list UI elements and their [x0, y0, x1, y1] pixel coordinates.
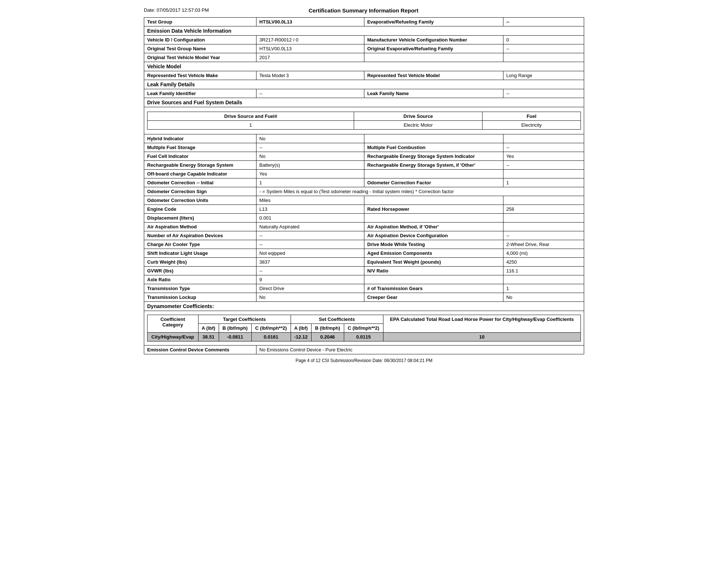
engine-code-label: Engine Code: [144, 205, 256, 214]
ress-other-value: --: [503, 161, 584, 170]
trans-lockup-label: Transmission Lockup: [144, 293, 256, 302]
test-group-value: HTSLV00.0L13: [256, 18, 364, 26]
equiv-test-weight-label: Equivalent Test Weight (pounds): [364, 258, 503, 267]
ress-label: Rechargeable Energy Storage System: [144, 161, 256, 170]
multi-fuel-value: --: [256, 143, 364, 152]
odo-sign-label: Odometer Correction Sign: [144, 187, 256, 196]
odo-factor-label: Odometer Correction Factor: [364, 178, 503, 187]
drive-source-fuel-header: Drive Source and Fuel#: [148, 112, 354, 121]
gvwr-label: GVWR (lbs): [144, 267, 256, 275]
curb-weight-label: Curb Weight (lbs): [144, 258, 256, 267]
ress-indicator-value: Yes: [503, 152, 584, 161]
fuel-header: Fuel: [483, 112, 581, 121]
odo-sign-value: - = System Miles is equal to (Test odome…: [256, 187, 584, 196]
coeff-set-c: 0.0115: [344, 333, 383, 341]
offboard-label: Off-board charge Capable Indicator: [144, 170, 256, 178]
orig-evap-label: Original Evaporative/Refueling Family: [364, 44, 503, 53]
coeff-category-header: CoefficientCategory: [148, 315, 199, 333]
fuel-detail-row-5: Odometer Correction -- Initial 1 Odomete…: [144, 178, 584, 187]
emission-row-0: Vehicle ID / Configuration 3R217-R00012 …: [144, 36, 584, 44]
leak-family-title: Leak Family Details: [144, 80, 584, 89]
rep-make-value: Tesla Model 3: [256, 71, 364, 80]
multi-fuel-comb-value: --: [503, 143, 584, 152]
aged-emission-label: Aged Emission Components: [364, 249, 503, 258]
set-c-header: C (lbf/mph**2): [344, 324, 383, 333]
air-asp-config-label: Air Aspiration Device Configuration: [364, 231, 503, 240]
evap-family-label: Evaporative/Refueling Family: [364, 18, 503, 26]
aged-emission-value: 4,000 (mi): [503, 249, 584, 258]
empty-displacement-4: [503, 214, 584, 223]
air-asp-method-other-value: [503, 223, 584, 231]
set-coeff-header: Set Coefficients: [291, 315, 383, 324]
dynamometer-title: Dynamometer Coefficients:: [144, 302, 584, 311]
rep-make-label: Represented Test Vehicle Make: [144, 71, 256, 80]
fuel-cell-value: No: [256, 152, 364, 161]
emission-comments-row: Emission Control Device Comments No Emis…: [144, 346, 584, 354]
mfr-config-label: Manufacturer Vehicle Configuration Numbe…: [364, 36, 503, 44]
trans-type-value: Direct Drive: [256, 284, 364, 293]
drive-source-fuel-num: 1: [148, 121, 354, 130]
empty-label-2: [364, 53, 503, 62]
fuel-detail-row-3: Rechargeable Energy Storage System Batte…: [144, 161, 584, 170]
fuel-detail-row-6: Odometer Correction Sign - = System Mile…: [144, 187, 584, 196]
fuel-detail-row-10: Air Aspiration Method Naturally Aspirate…: [144, 223, 584, 231]
mfr-config-value: 0: [503, 36, 584, 44]
equiv-test-weight-value: 4250: [503, 258, 584, 267]
curb-weight-value: 3837: [256, 258, 364, 267]
fuel-detail-row-4: Off-board charge Capable Indicator Yes: [144, 170, 584, 178]
trans-gears-value: 1: [503, 284, 584, 293]
emission-row-2: Original Test Vehicle Model Year 2017: [144, 53, 584, 62]
axle-ratio-value: 9: [256, 275, 364, 284]
drive-source-value: Electric Motor: [354, 121, 483, 130]
rated-hp-value: 258: [503, 205, 584, 214]
fuel-detail-row-14: Curb Weight (lbs) 3837 Equivalent Test W…: [144, 258, 584, 267]
main-report-table: Test Group HTSLV00.0L13 Evaporative/Refu…: [144, 17, 584, 354]
odo-units-label: Odometer Correction Units: [144, 196, 256, 205]
empty-axle-4: [503, 275, 584, 284]
fuel-detail-row-12: Charge Air Cooler Type -- Drive Mode Whi…: [144, 240, 584, 249]
epa-header: EPA Calculated Total Road Load Horse Pow…: [383, 315, 580, 333]
leak-family-title-row: Leak Family Details: [144, 80, 584, 89]
shift-indicator-value: Not eqipped: [256, 249, 364, 258]
charge-air-label: Charge Air Cooler Type: [144, 240, 256, 249]
empty-displacement-3: [364, 214, 503, 223]
fuel-detail-row-18: Transmission Lockup No Creeper Gear No: [144, 293, 584, 302]
orig-model-year-value: 2017: [256, 53, 364, 62]
empty-odo-units-4: [503, 196, 584, 205]
air-asp-config-value: --: [503, 231, 584, 240]
drive-sources-header-row: Drive Source and Fuel# Drive Source Fuel: [148, 112, 581, 121]
test-group-row: Test Group HTSLV00.0L13 Evaporative/Refu…: [144, 18, 584, 26]
displacement-label: Displacement (liters): [144, 214, 256, 223]
emission-section-title: Emission Data Vehicle Information: [144, 26, 584, 36]
emission-comments-value: No Emissions Control Device - Pure Elect…: [256, 346, 584, 354]
multi-fuel-label: Multiple Fuel Storage: [144, 143, 256, 152]
gvwr-value: --: [256, 267, 364, 275]
page-footer: Page 4 of 12 CSI Submission/Revision Dat…: [144, 358, 584, 363]
coeff-data-row: City/Highway/Evap 38.51 -0.0811 0.0161 -…: [148, 333, 581, 341]
displacement-value: 0.001: [256, 214, 364, 223]
leak-name-value: --: [503, 89, 584, 98]
emission-row-1: Original Test Group Name HTSLV00.0L13 Or…: [144, 44, 584, 53]
drive-sources-table-cell: Drive Source and Fuel# Drive Source Fuel…: [144, 107, 584, 134]
emission-comments-label: Emission Control Device Comments: [144, 346, 256, 354]
vehicle-model-row: Represented Test Vehicle Make Tesla Mode…: [144, 71, 584, 80]
drive-mode-label: Drive Mode While Testing: [364, 240, 503, 249]
empty-odo-units-3: [364, 196, 503, 205]
num-air-asp-label: Number of Air Aspiration Devices: [144, 231, 256, 240]
report-container: Date: 07/05/2017 12:57:03 PM Certificati…: [144, 7, 584, 363]
empty-value-2: [503, 53, 584, 62]
target-b-header: B (lbf/mph): [219, 324, 251, 333]
fuel-detail-row-16: Axle Ratio 9: [144, 275, 584, 284]
coeff-category: City/Highway/Evap: [148, 333, 199, 341]
rep-model-value: Long Range: [503, 71, 584, 80]
orig-test-group-label: Original Test Group Name: [144, 44, 256, 53]
dynamometer-table-row: CoefficientCategory Target Coefficients …: [144, 311, 584, 346]
engine-code-value: L13: [256, 205, 364, 214]
coeff-table: CoefficientCategory Target Coefficients …: [147, 315, 581, 341]
air-asp-method-label: Air Aspiration Method: [144, 223, 256, 231]
multi-fuel-comb-label: Multiple Fuel Combustion: [364, 143, 503, 152]
leak-identifier-label: Leak Family Identifier: [144, 89, 256, 98]
dynamometer-table-cell: CoefficientCategory Target Coefficients …: [144, 311, 584, 346]
coeff-target-c: 0.0161: [251, 333, 291, 341]
dynamometer-title-row: Dynamometer Coefficients:: [144, 302, 584, 311]
